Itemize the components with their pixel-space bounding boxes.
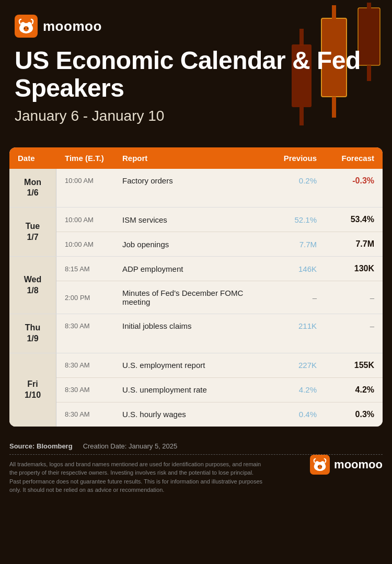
previous-value: 0.4% bbox=[259, 410, 317, 419]
time-cell: 8:15 AM bbox=[65, 265, 122, 273]
svg-point-23 bbox=[318, 466, 319, 467]
day-reports-4: 8:30 AM U.S. employment report 227K 155K… bbox=[56, 353, 383, 427]
table-row: 2:00 PM Minutes of Fed's December FOMC m… bbox=[56, 281, 383, 314]
forecast-value: 53.4% bbox=[317, 215, 374, 224]
svg-point-16 bbox=[24, 28, 25, 29]
footer-disclaimer: All trademarks, logos and brand names me… bbox=[9, 460, 266, 494]
th-forecast: Forecast bbox=[317, 154, 374, 163]
day-name: Mon bbox=[24, 177, 41, 188]
day-section-1-7: Tue 1/7 10:00 AM ISM services 52.1% 53.4… bbox=[9, 208, 383, 257]
forecast-value: – bbox=[317, 293, 374, 302]
day-reports-0: 10:00 AM Factory orders 0.2% -0.3% bbox=[56, 169, 383, 208]
footer-logo-text: moomoo bbox=[334, 458, 383, 471]
forecast-value: 155K bbox=[317, 361, 374, 370]
previous-value: – bbox=[259, 293, 317, 302]
time-cell: 8:30 AM bbox=[65, 386, 122, 394]
day-section-1-8: Wed 1/8 8:15 AM ADP employment 146K 130K… bbox=[9, 257, 383, 314]
table-row: 10:00 AM ISM services 52.1% 53.4% bbox=[56, 208, 383, 232]
report-name: ISM services bbox=[122, 215, 259, 224]
table-row: 8:30 AM U.S. unemployment rate 4.2% 4.2% bbox=[56, 378, 383, 402]
report-name: U.S. employment report bbox=[122, 361, 259, 370]
report-name: Initial jobless claims bbox=[122, 321, 259, 330]
forecast-value: – bbox=[317, 321, 374, 330]
previous-value: 146K bbox=[259, 264, 317, 273]
main-title: US Economic Calendar & Fed Speakers bbox=[15, 47, 377, 102]
table-header: Date Time (E.T.) Report Previous Forecas… bbox=[9, 147, 383, 169]
table-row: 10:00 AM Job openings 7.7M 7.7M bbox=[56, 232, 383, 256]
report-name: Factory orders bbox=[122, 176, 259, 185]
forecast-value: -0.3% bbox=[317, 176, 374, 186]
day-reports-2: 8:15 AM ADP employment 146K 130K 2:00 PM… bbox=[56, 257, 383, 314]
table-row: 8:15 AM ADP employment 146K 130K bbox=[56, 257, 383, 281]
previous-value: 227K bbox=[259, 361, 317, 370]
day-reports-1: 10:00 AM ISM services 52.1% 53.4% 10:00 … bbox=[56, 208, 383, 256]
day-name: Wed bbox=[24, 274, 41, 285]
th-time: Time (E.T.) bbox=[65, 154, 122, 163]
report-name: Job openings bbox=[122, 240, 259, 249]
day-date: 1/10 bbox=[25, 390, 41, 401]
forecast-value: 7.7M bbox=[317, 239, 374, 249]
th-date: Date bbox=[18, 154, 65, 163]
day-label-1: Tue 1/7 bbox=[9, 208, 56, 256]
time-cell: 8:30 AM bbox=[65, 322, 122, 330]
moomoo-logo-icon bbox=[15, 15, 38, 38]
source-label: Source: Bloomberg bbox=[9, 442, 73, 450]
table-row: 8:30 AM U.S. hourly wages 0.4% 0.3% bbox=[56, 402, 383, 427]
footer-wrapper: Source: Bloomberg Creation Date: January… bbox=[0, 436, 392, 505]
time-cell: 8:30 AM bbox=[65, 361, 122, 369]
time-cell: 10:00 AM bbox=[65, 240, 122, 248]
th-previous: Previous bbox=[259, 154, 317, 163]
time-cell: 10:00 AM bbox=[65, 177, 122, 185]
day-label-2: Wed 1/8 bbox=[9, 257, 56, 314]
day-section-1-10: Fri 1/10 8:30 AM U.S. employment report … bbox=[9, 353, 383, 427]
day-label-4: Fri 1/10 bbox=[9, 353, 56, 427]
table-body: Mon 1/6 10:00 AM Factory orders 0.2% -0.… bbox=[9, 169, 383, 427]
day-date: 1/9 bbox=[27, 333, 38, 344]
forecast-value: 130K bbox=[317, 264, 374, 273]
time-cell: 10:00 AM bbox=[65, 216, 122, 224]
logo-area: moomoo bbox=[15, 15, 377, 38]
th-report: Report bbox=[122, 154, 259, 163]
header: moomoo US Economic Calendar & Fed Speake… bbox=[0, 0, 392, 147]
day-date: 1/7 bbox=[27, 232, 38, 243]
day-name: Fri bbox=[27, 379, 38, 390]
table-row: 8:30 AM Initial jobless claims 211K – bbox=[56, 314, 383, 338]
footer-logo-icon bbox=[310, 455, 330, 475]
day-label-0: Mon 1/6 bbox=[9, 169, 56, 208]
logo-text: moomoo bbox=[43, 18, 102, 34]
day-section-1-6: Mon 1/6 10:00 AM Factory orders 0.2% -0.… bbox=[9, 169, 383, 208]
day-name: Tue bbox=[26, 221, 40, 232]
report-name: Minutes of Fed's December FOMC meeting bbox=[122, 289, 259, 306]
footer: Source: Bloomberg Creation Date: January… bbox=[9, 436, 383, 494]
previous-value: 211K bbox=[259, 321, 317, 330]
day-name: Thu bbox=[25, 323, 40, 333]
subtitle: January 6 - January 10 bbox=[15, 108, 377, 124]
report-name: U.S. unemployment rate bbox=[122, 385, 259, 394]
svg-point-17 bbox=[27, 28, 28, 29]
report-name: ADP employment bbox=[122, 264, 259, 273]
time-cell: 8:30 AM bbox=[65, 410, 122, 418]
previous-value: 4.2% bbox=[259, 385, 317, 394]
report-name: U.S. hourly wages bbox=[122, 410, 259, 419]
day-label-3: Thu 1/9 bbox=[9, 314, 56, 353]
calendar-table: Date Time (E.T.) Report Previous Forecas… bbox=[9, 147, 383, 427]
table-row: 10:00 AM Factory orders 0.2% -0.3% bbox=[56, 169, 383, 193]
table-row: 8:30 AM U.S. employment report 227K 155K bbox=[56, 353, 383, 378]
day-reports-3: 8:30 AM Initial jobless claims 211K – bbox=[56, 314, 383, 353]
previous-value: 7.7M bbox=[259, 240, 317, 249]
day-section-1-9: Thu 1/9 8:30 AM Initial jobless claims 2… bbox=[9, 314, 383, 353]
forecast-value: 4.2% bbox=[317, 385, 374, 395]
time-cell: 2:00 PM bbox=[65, 294, 122, 302]
footer-source: Source: Bloomberg Creation Date: January… bbox=[9, 442, 383, 450]
forecast-value: 0.3% bbox=[317, 410, 374, 419]
previous-value: 52.1% bbox=[259, 215, 317, 224]
previous-value: 0.2% bbox=[259, 176, 317, 185]
footer-logo: moomoo bbox=[310, 455, 383, 475]
day-date: 1/6 bbox=[27, 188, 38, 199]
svg-point-24 bbox=[321, 466, 322, 467]
creation-date: Creation Date: January 5, 2025 bbox=[83, 442, 178, 450]
day-date: 1/8 bbox=[27, 285, 38, 296]
